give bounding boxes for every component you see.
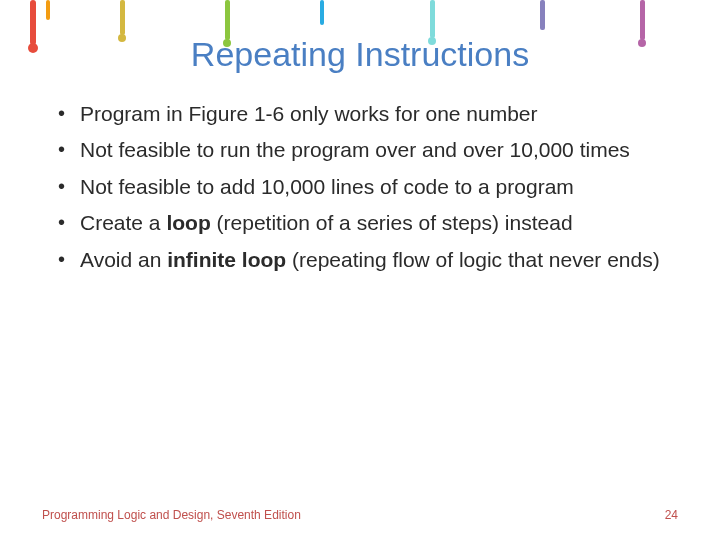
slide-content: Program in Figure 1-6 only works for one… <box>0 89 720 274</box>
bullet-item: Create a loop (repetition of a series of… <box>80 208 665 237</box>
bold-term-loop: loop <box>166 211 210 234</box>
bullet-list: Program in Figure 1-6 only works for one… <box>80 99 665 274</box>
bullet-item: Not feasible to add 10,000 lines of code… <box>80 172 665 201</box>
bold-term-infinite-loop: infinite loop <box>167 248 286 271</box>
slide-title: Repeating Instructions <box>0 0 720 89</box>
page-number: 24 <box>665 508 678 522</box>
bullet-item: Avoid an infinite loop (repeating flow o… <box>80 245 665 274</box>
footer-source: Programming Logic and Design, Seventh Ed… <box>42 508 301 522</box>
bullet-item: Not feasible to run the program over and… <box>80 135 665 164</box>
bullet-item: Program in Figure 1-6 only works for one… <box>80 99 665 128</box>
